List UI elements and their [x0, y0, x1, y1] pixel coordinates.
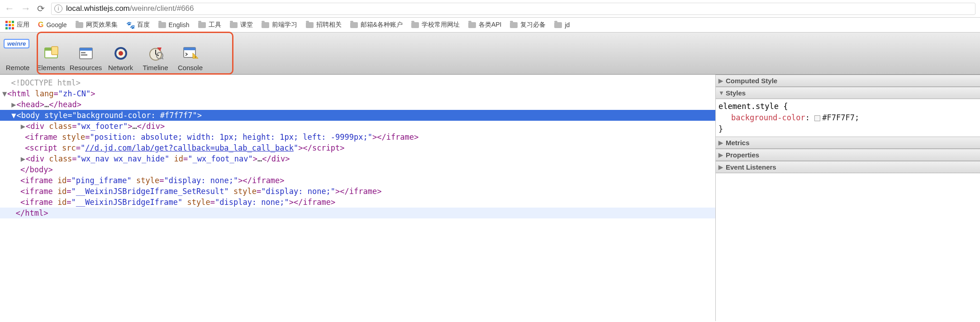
network-icon: [113, 46, 128, 61]
bookmark-folder[interactable]: 工具: [198, 21, 221, 29]
bookmark-label: 工具: [209, 21, 221, 29]
folder-icon: [510, 22, 518, 28]
chevron-right-icon: ▶: [718, 139, 724, 146]
script-src-link[interactable]: //d.jd.com/lab/get?callback=uba_lab_call…: [85, 143, 294, 152]
expand-arrow[interactable]: ▼: [2, 88, 7, 99]
back-button[interactable]: ←: [5, 3, 14, 14]
console-icon: [183, 46, 198, 61]
chevron-right-icon: ▶: [718, 152, 724, 158]
svg-rect-4: [80, 48, 92, 51]
folder-icon: [306, 22, 314, 28]
dom-weixin-setresult[interactable]: <iframe id="__WeixinJSBridgeIframe_SetRe…: [0, 186, 715, 197]
dom-html-open[interactable]: ▼<html lang="zh-CN">: [0, 88, 715, 99]
folder-icon: [411, 22, 419, 28]
bookmark-folder[interactable]: English: [158, 21, 190, 28]
folder-icon: [468, 22, 476, 28]
forward-button[interactable]: →: [21, 3, 31, 14]
dom-script1[interactable]: <script src="//d.jd.com/lab/get?callback…: [0, 142, 715, 153]
dom-iframe1[interactable]: <iframe style="position: absolute; width…: [0, 132, 715, 142]
toolbar-label: Elements: [37, 64, 65, 71]
folder-icon: [158, 22, 166, 28]
devtools-toolbar: weinre Remote Elements Resources Network…: [0, 33, 980, 75]
css-rule-close: }: [718, 123, 977, 135]
chevron-right-icon: ▶: [718, 164, 724, 170]
apps-grid-icon: [5, 21, 14, 29]
svg-rect-2: [52, 47, 58, 55]
pane-styles[interactable]: ▼Styles: [716, 87, 980, 99]
bookmark-folder[interactable]: 各类API: [468, 21, 502, 29]
browser-nav-bar: ← → ⟳ i local.whistlejs.com/weinre/clien…: [0, 0, 980, 18]
bookmark-folder[interactable]: 课堂: [230, 21, 253, 29]
toolbar-network[interactable]: Network: [103, 35, 138, 71]
elements-tree[interactable]: <!DOCTYPE html> ▼<html lang="zh-CN"> ▶<h…: [0, 75, 716, 321]
pane-properties[interactable]: ▶Properties: [716, 149, 980, 161]
site-info-icon[interactable]: i: [54, 5, 62, 13]
color-swatch[interactable]: [814, 115, 820, 121]
url-host: local.whistlejs.com: [66, 4, 130, 13]
bookmark-folder[interactable]: 前端学习: [262, 21, 297, 29]
dom-body-close[interactable]: </body>: [0, 164, 715, 175]
folder-icon: [198, 22, 206, 28]
bookmark-label: Google: [46, 21, 67, 28]
styles-rule[interactable]: element.style { background-color: #F7F7F…: [716, 99, 980, 137]
bookmark-folder[interactable]: 学校常用网址: [411, 21, 460, 29]
dom-body-open[interactable]: ▼<body style="background-color: #f7f7f7"…: [0, 110, 715, 121]
toolbar-console[interactable]: Console: [173, 35, 208, 71]
bookmark-folder[interactable]: 复习必备: [510, 21, 546, 29]
bookmark-label: 招聘相关: [316, 21, 342, 29]
pane-metrics[interactable]: ▶Metrics: [716, 137, 980, 149]
dom-ping-iframe[interactable]: <iframe id="ping_iframe" style="display:…: [0, 175, 715, 186]
reload-button[interactable]: ⟳: [37, 3, 45, 14]
expand-arrow[interactable]: ▶: [20, 153, 26, 164]
bookmark-folder[interactable]: 网页效果集: [76, 21, 118, 29]
dom-doctype[interactable]: <!DOCTYPE html>: [0, 77, 715, 88]
bookmark-folder[interactable]: 邮箱&各种账户: [350, 21, 403, 29]
google-icon: G: [38, 21, 43, 29]
dom-wx-footer[interactable]: ▶<div class="wx_footer">…</div>: [0, 121, 715, 132]
apps-button[interactable]: 应用: [5, 21, 29, 29]
toolbar-elements[interactable]: Elements: [33, 35, 68, 71]
expand-arrow[interactable]: ▼: [11, 110, 16, 121]
css-prop-value[interactable]: #F7F7F7: [822, 113, 855, 122]
dom-wx-nav[interactable]: ▶<div class="wx_nav wx_nav_hide" id="_wx…: [0, 153, 715, 164]
main-content: <!DOCTYPE html> ▼<html lang="zh-CN"> ▶<h…: [0, 75, 980, 321]
chevron-right-icon: ▶: [718, 77, 724, 84]
bookmark-baidu[interactable]: 🐾百度: [126, 21, 150, 29]
bookmark-label: 前端学习: [272, 21, 297, 29]
pane-computed-style[interactable]: ▶Computed Style: [716, 75, 980, 87]
url-path: /weinre/client/#666: [130, 4, 194, 13]
bookmark-label: 课堂: [240, 21, 253, 29]
pane-title: Event Listeners: [726, 163, 776, 171]
expand-arrow[interactable]: ▶: [20, 121, 26, 132]
bookmark-folder[interactable]: jd: [554, 21, 570, 28]
pane-title: Properties: [726, 151, 759, 159]
pane-title: Styles: [726, 89, 746, 97]
bookmark-label: jd: [565, 21, 570, 28]
pane-title: Metrics: [726, 139, 750, 147]
elements-icon: [43, 46, 59, 61]
folder-icon: [262, 22, 269, 28]
timeline-icon: [148, 46, 163, 61]
pane-title: Computed Style: [726, 77, 777, 85]
expand-arrow[interactable]: ▶: [11, 99, 16, 110]
dom-head[interactable]: ▶<head>…</head>: [0, 99, 715, 110]
css-prop-name[interactable]: background-color: [731, 113, 805, 122]
baidu-icon: 🐾: [126, 21, 134, 29]
bookmark-label: 学校常用网址: [422, 21, 460, 29]
dom-html-close[interactable]: </html>: [0, 208, 715, 218]
dom-weixin-iframe[interactable]: <iframe id="__WeixinJSBridgeIframe" styl…: [0, 197, 715, 208]
styles-sidebar: ▶Computed Style ▼Styles element.style { …: [716, 75, 980, 321]
toolbar-label: Console: [178, 64, 203, 71]
resources-icon: [78, 46, 94, 61]
address-bar[interactable]: i local.whistlejs.com/weinre/client/#666: [51, 3, 975, 15]
toolbar-timeline[interactable]: Timeline: [138, 35, 173, 71]
bookmark-label: English: [169, 21, 190, 28]
toolbar-resources[interactable]: Resources: [68, 35, 103, 71]
bookmarks-bar: 应用 G Google 网页效果集 🐾百度 English 工具 课堂 前端学习…: [0, 18, 980, 33]
bookmark-label: 百度: [137, 21, 150, 29]
svg-rect-6: [81, 54, 87, 56]
bookmark-google[interactable]: G Google: [38, 21, 67, 29]
pane-event-listeners[interactable]: ▶Event Listeners: [716, 161, 980, 173]
css-selector: element.style {: [718, 102, 788, 111]
bookmark-folder[interactable]: 招聘相关: [306, 21, 342, 29]
